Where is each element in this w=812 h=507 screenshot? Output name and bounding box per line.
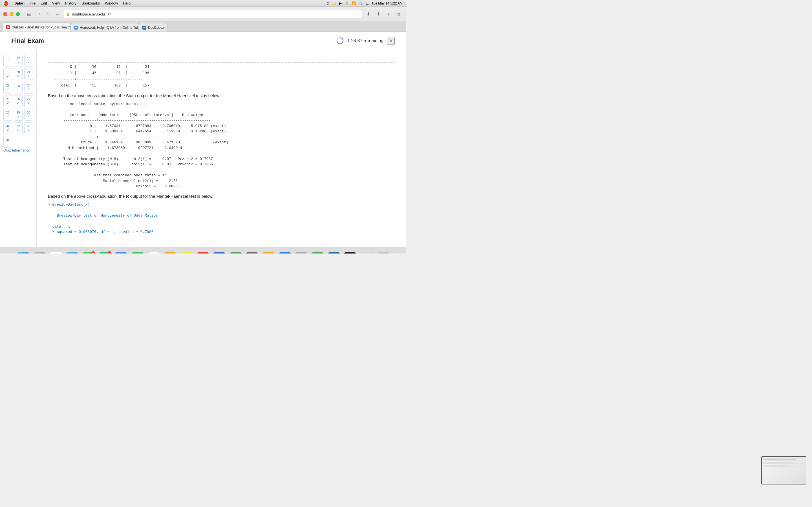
dock-finder[interactable]: 🗂 (16, 251, 31, 254)
dock-contacts[interactable]: 👤 (163, 251, 177, 254)
wifi-icon[interactable]: 📶 (352, 1, 356, 5)
nav-num-32: 32 (16, 124, 20, 128)
quiz-info-link[interactable]: Quiz Information (3, 148, 30, 152)
dock-notes[interactable]: 📝 (179, 251, 194, 254)
media-icon[interactable]: ▶ (339, 1, 342, 5)
forward-button[interactable]: › (44, 10, 52, 18)
nav-status-34: -- (7, 142, 9, 145)
dock-keynote[interactable]: 🎯 (212, 251, 227, 254)
dock-pages[interactable]: 📄 (261, 251, 276, 254)
nav-item-34[interactable]: 34 -- (3, 136, 12, 148)
nav-num-22: 22 (6, 83, 9, 87)
control-center-icon[interactable]: ⊙ (326, 1, 329, 5)
nav-item-16[interactable]: 16 -- (3, 55, 12, 66)
numbers-icon: 📊 (229, 252, 242, 254)
nav-item-25[interactable]: 25 ✓ (3, 95, 12, 107)
nav-item-29[interactable]: 29 ✓ (14, 109, 22, 121)
dock-photos[interactable]: 🌸 (49, 251, 63, 254)
downloads-button[interactable]: ⬇ (364, 10, 372, 18)
nav-status-32: ✓ (17, 128, 20, 132)
nav-item-31[interactable]: 31 ✓ (3, 122, 12, 134)
dock-facetime[interactable]: 📹 (130, 251, 145, 254)
address-text: brightspace.nyu.edu (72, 12, 105, 16)
dock-whatsapp[interactable]: 📱 24 (98, 251, 112, 254)
dock: 🗂 🌸 🧭 💬 28 📱 24 ✉️ 📹 MAY 14 👤 (0, 247, 406, 253)
search-icon[interactable]: 🔍 (359, 1, 363, 5)
dock-vuze[interactable]: ⬇ (310, 251, 325, 254)
dock-system-prefs[interactable]: ⚙️ (294, 251, 308, 254)
dock-appstore[interactable]: A (277, 251, 292, 254)
close-window-button[interactable] (3, 12, 7, 16)
appstore-icon: A (278, 252, 291, 254)
nav-num-30: 30 (27, 111, 30, 114)
dark-mode-icon[interactable]: 🌙 (332, 1, 336, 5)
dock-doc[interactable]: 📄 (359, 251, 374, 254)
dock-appletv[interactable]: ▶ (343, 251, 357, 254)
nav-status-28: ✓ (6, 115, 9, 119)
menu-file[interactable]: File (30, 1, 36, 5)
dock-batch[interactable]: ⊞ (245, 251, 259, 254)
tab-favicon-w: W (142, 25, 146, 30)
nav-status-18: ✓ (28, 61, 30, 64)
messages-badge: 28 (91, 251, 95, 254)
new-tab-button[interactable]: ＋ (385, 10, 393, 18)
nav-item-20[interactable]: 20 ✓ (14, 68, 22, 80)
nav-num-19: 19 (6, 70, 9, 73)
apple-menu[interactable]: 🍎 (3, 1, 8, 6)
share-button[interactable]: ⬆ (374, 10, 382, 18)
maximize-window-button[interactable] (16, 12, 20, 16)
nav-item-30[interactable]: 30 ✓ (24, 109, 33, 121)
nav-item-18[interactable]: 18 ✓ (24, 55, 33, 66)
nav-item-26[interactable]: 26 ✓ (14, 95, 22, 107)
nav-item-33[interactable]: 33 ✓ (24, 122, 33, 134)
address-bar[interactable]: 🔒 brightspace.nyu.edu ↺ (63, 10, 362, 18)
dock-numbers[interactable]: 📊 (229, 251, 243, 254)
close-exam-button[interactable]: ✕ (387, 37, 395, 45)
reload-button[interactable]: ↺ (107, 11, 112, 17)
notification-icon[interactable]: ☰ (366, 1, 369, 5)
dock-trash[interactable]: 🗑 (375, 251, 390, 254)
nav-item-17[interactable]: 17 ✓ (14, 55, 22, 66)
nav-item-21[interactable]: 21 ✓ (24, 68, 33, 80)
dock-launchpad[interactable] (32, 251, 47, 254)
nav-item-27[interactable]: 27 ✓ (24, 95, 33, 107)
minimize-window-button[interactable] (10, 12, 13, 16)
dock-mail[interactable]: ✉️ (114, 251, 129, 254)
dock-safari[interactable]: 🧭 (65, 251, 80, 254)
news-icon: 📰 (197, 252, 209, 254)
menu-window[interactable]: Window (105, 1, 118, 5)
nav-status-22: ✓ (6, 88, 9, 92)
back-button[interactable]: ‹ (36, 10, 43, 18)
nav-item-19[interactable]: 19 ✓ (3, 68, 12, 80)
sidebar-toggle-button[interactable]: ⊞ (24, 11, 33, 17)
dock-word[interactable]: W (326, 251, 341, 254)
safari-app-icon: 🧭 (66, 252, 79, 254)
timer-text: 1:24:37 remaining (347, 38, 384, 43)
tab-doc[interactable]: W Doc8.docx (139, 23, 168, 32)
dock-messages[interactable]: 💬 28 (81, 251, 96, 254)
battery-icon[interactable]: 🔋 (345, 1, 349, 5)
nav-num-31: 31 (6, 124, 9, 128)
tabs-bar: N Quizzes - Biostatistics for Public Hea… (0, 21, 406, 32)
nav-item-32[interactable]: 32 ✓ (14, 122, 22, 134)
tab-overview-button[interactable]: ⧉ (395, 10, 403, 18)
menu-view[interactable]: View (52, 1, 60, 5)
nav-num-34: 34 (6, 138, 9, 142)
nav-item-23[interactable]: 23 -- (14, 82, 22, 94)
tab-coursehero[interactable]: ★ Homework Help - Q&A from Online Tutors… (70, 23, 138, 32)
nav-num-24: 24 (27, 83, 30, 87)
menu-safari[interactable]: Safari (14, 1, 24, 5)
menu-edit[interactable]: Edit (41, 1, 47, 5)
dock-calendar[interactable]: MAY 14 (147, 251, 161, 254)
tab-quizzes[interactable]: N Quizzes - Biostatistics for Public Hea… (2, 22, 70, 32)
dock-news[interactable]: 📰 (196, 251, 210, 254)
nav-item-22[interactable]: 22 ✓ (3, 82, 12, 94)
menu-help[interactable]: Help (123, 1, 131, 5)
nav-item-28[interactable]: 28 ✓ (3, 109, 12, 121)
menu-history[interactable]: History (65, 1, 76, 5)
menu-bookmarks[interactable]: Bookmarks (82, 1, 100, 5)
nav-item-24[interactable]: 24 ✓ (24, 82, 33, 94)
nav-num-29: 29 (16, 111, 20, 114)
lock-icon: 🔒 (66, 12, 70, 16)
menu-bar-right: ⊙ 🌙 ▶ 🔋 📶 🔍 ☰ Tue May 14 5:22 AM (326, 1, 403, 5)
